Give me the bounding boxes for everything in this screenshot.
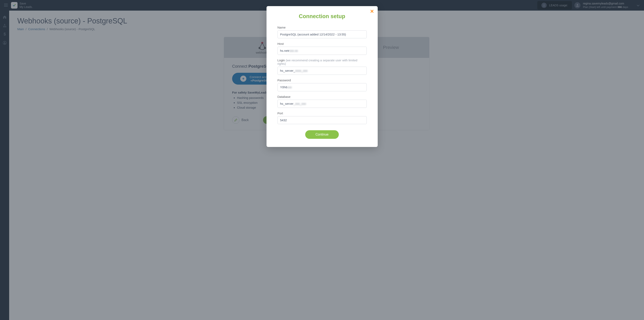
connection-setup-modal: ✕ Connection setup Name Host hs.netrxxx.…	[266, 6, 378, 11]
close-icon[interactable]: ✕	[370, 9, 374, 11]
modal-overlay[interactable]: ✕ Connection setup Name Host hs.netrxxx.…	[0, 0, 644, 11]
